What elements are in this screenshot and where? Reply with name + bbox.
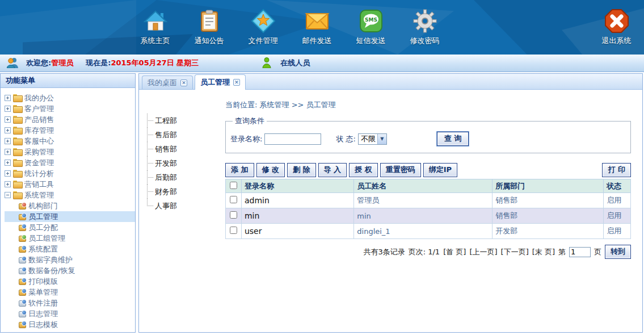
- dept-development[interactable]: 开发部: [147, 156, 177, 170]
- table-row[interactable]: admin 管理员 销售部 启用: [226, 193, 631, 208]
- sidebar-item-print-template[interactable]: 打印模版: [5, 276, 135, 287]
- pagination-bar: 共有3条记录 页次: 1/1 [首 页] [上一页] [下一页] [末 页] 第…: [225, 245, 631, 259]
- search-button[interactable]: 查 询: [437, 132, 469, 146]
- edit-button[interactable]: 修 改: [256, 163, 285, 177]
- nav-exit[interactable]: 退出系统: [590, 9, 643, 46]
- status-label: 状 态:: [336, 134, 356, 144]
- goto-page-input[interactable]: [569, 247, 591, 257]
- row-checkbox[interactable]: [230, 227, 237, 234]
- expand-plus-icon[interactable]: [5, 127, 11, 133]
- dept-hr[interactable]: 人事部: [147, 199, 177, 213]
- folder-open-icon: [13, 191, 22, 199]
- folder-icon: [13, 105, 22, 112]
- tab-my-desktop[interactable]: 我的桌面 ✕: [142, 76, 193, 89]
- table-row[interactable]: min min 销售部 启用: [226, 208, 631, 224]
- tab-close-icon[interactable]: ✕: [233, 79, 240, 86]
- sidebar-item-employee-group[interactable]: 员工组管理: [5, 233, 135, 244]
- sidebar-item-org-departments[interactable]: 机构部门: [5, 200, 135, 211]
- dept-engineering[interactable]: 工程部: [147, 114, 177, 128]
- nav-file-manage[interactable]: 文件管理: [236, 9, 290, 46]
- nav-label: 修改密码: [410, 36, 440, 46]
- sidebar-item-menu-manage[interactable]: 菜单管理: [5, 287, 135, 298]
- expand-plus-icon[interactable]: [5, 149, 11, 155]
- sidebar-item-backup-restore[interactable]: 数据备份/恢复: [5, 265, 135, 276]
- status-select[interactable]: 不限 ▼: [358, 133, 387, 145]
- first-page-link[interactable]: [首 页]: [443, 247, 466, 257]
- import-button[interactable]: 导 入: [318, 163, 347, 177]
- row-checkbox[interactable]: [230, 211, 237, 219]
- bind-ip-button[interactable]: 绑定IP: [423, 163, 457, 177]
- nav-sms[interactable]: SMS 短信发送: [344, 9, 398, 46]
- expand-plus-icon[interactable]: [5, 116, 11, 123]
- status-select-value: 不限: [359, 134, 377, 144]
- sidebar-item-employee-assign[interactable]: 员工分配: [5, 222, 135, 233]
- next-page-link[interactable]: [下一页]: [501, 247, 529, 257]
- table-row[interactable]: user dinglei_1 开发部 启用: [226, 224, 631, 239]
- sidebar-item-log-manage[interactable]: 日志管理: [5, 308, 135, 319]
- sidebar-item-purchasing[interactable]: 采购管理: [5, 146, 135, 157]
- online-users-link[interactable]: 在线人员: [280, 58, 310, 68]
- sidebar-item-log-template[interactable]: 日志模板: [5, 319, 135, 330]
- authorize-button[interactable]: 授 权: [349, 163, 378, 177]
- sidebar-item-customers[interactable]: 客户管理: [5, 103, 135, 114]
- tab-label: 员工管理: [200, 77, 230, 87]
- goto-suffix: 页: [594, 247, 601, 257]
- expand-plus-icon[interactable]: [5, 95, 11, 101]
- online-user-icon: [261, 57, 280, 70]
- nav-notice[interactable]: 通知公告: [182, 9, 236, 46]
- sidebar-item-statistics[interactable]: 统计分析: [5, 168, 135, 179]
- login-name-input[interactable]: [264, 133, 321, 145]
- col-status: 状态: [604, 179, 631, 193]
- reset-password-button[interactable]: 重置密码: [380, 163, 421, 177]
- sidebar-item-software-register[interactable]: 软件注册: [5, 298, 135, 308]
- expand-plus-icon[interactable]: [5, 170, 11, 177]
- nav-home[interactable]: 系统主页: [128, 9, 182, 46]
- nav-label: 退出系统: [602, 36, 632, 46]
- expand-plus-icon[interactable]: [5, 106, 11, 112]
- add-button[interactable]: 添 加: [225, 163, 254, 177]
- dept-sales[interactable]: 销售部: [147, 142, 177, 156]
- action-toolbar: 添 加 修 改 删 除 导 入 授 权 重置密码 绑定IP 打 印: [225, 163, 631, 177]
- nav-label: 通知公告: [195, 36, 224, 46]
- top-nav-exit: 退出系统: [590, 0, 643, 55]
- tab-employee-manage[interactable]: 员工管理 ✕: [195, 74, 246, 90]
- chevron-down-icon[interactable]: ▼: [377, 134, 386, 144]
- expand-plus-icon[interactable]: [5, 181, 11, 187]
- dept-logistics[interactable]: 后勤部: [147, 170, 177, 185]
- prev-page-link[interactable]: [上一页]: [469, 247, 497, 257]
- sidebar-item-funds[interactable]: 资金管理: [5, 157, 135, 168]
- current-username: 管理员: [51, 58, 73, 68]
- sidebar-item-product-sales[interactable]: 产品销售: [5, 114, 135, 125]
- sidebar-item-system-manage[interactable]: 系统管理: [5, 190, 135, 200]
- select-all-checkbox[interactable]: [230, 182, 237, 189]
- row-checkbox[interactable]: [230, 196, 237, 203]
- goto-button[interactable]: 转到: [605, 245, 631, 259]
- sidebar-item-my-office[interactable]: 我的办公: [5, 93, 135, 103]
- sidebar-item-inventory[interactable]: 库存管理: [5, 125, 135, 136]
- print-button[interactable]: 打 印: [602, 163, 631, 177]
- welcome-bar: 欢迎您: 管理员 现在是: 2015年05月27日 星期三 在线人员: [0, 55, 644, 72]
- department-tree: 工程部 售后部 销售部 开发部 后勤部 财务部 人事部: [147, 114, 177, 213]
- top-nav: 系统主页 通知公告 文件管理: [128, 0, 452, 55]
- dept-finance[interactable]: 财务部: [147, 185, 177, 199]
- sidebar-item-service-center[interactable]: 客服中心: [5, 136, 135, 146]
- sidebar-item-system-config[interactable]: 系统配置: [5, 244, 135, 254]
- tab-close-icon[interactable]: ✕: [180, 79, 187, 86]
- sidebar-item-data-dictionary[interactable]: 数据字典维护: [5, 254, 135, 265]
- delete-button[interactable]: 删 除: [287, 163, 316, 177]
- nav-change-password[interactable]: 修改密码: [398, 9, 452, 46]
- dept-after-sales[interactable]: 售后部: [147, 128, 177, 142]
- nav-label: 短信发送: [356, 36, 386, 46]
- cell-login: user: [241, 224, 353, 239]
- sidebar-item-employee-manage[interactable]: 员工管理: [5, 211, 135, 222]
- sidebar-item-label: 我的办公: [24, 93, 54, 103]
- nav-mail[interactable]: 邮件发送: [290, 9, 344, 46]
- sidebar-item-marketing-tools[interactable]: 营销工具: [5, 179, 135, 190]
- expand-plus-icon[interactable]: [5, 160, 11, 166]
- tab-strip: 我的桌面 ✕ 员工管理 ✕: [139, 74, 642, 90]
- sidebar-item-label: 统计分析: [24, 169, 54, 179]
- spacer: [460, 163, 600, 177]
- expand-minus-icon[interactable]: [5, 192, 11, 198]
- last-page-link[interactable]: [末 页]: [532, 247, 555, 257]
- expand-plus-icon[interactable]: [5, 138, 11, 144]
